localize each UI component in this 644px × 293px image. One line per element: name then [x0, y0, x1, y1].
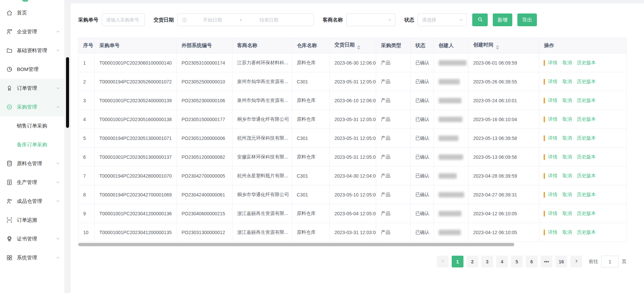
redacted-creator-name: [439, 230, 461, 235]
action-link-detail[interactable]: 详情: [548, 135, 557, 141]
sidebar-item-raw-warehouse[interactable]: 原料仓管理: [0, 154, 64, 173]
action-link-cancel[interactable]: 取消: [562, 173, 572, 178]
redacted-creator-name: [439, 136, 458, 141]
action-link-detail[interactable]: 详情: [548, 154, 557, 159]
action-link-cancel[interactable]: 取消: [562, 79, 572, 84]
action-link-history[interactable]: 历史版本: [577, 60, 596, 65]
action-link-detail[interactable]: 详情: [548, 229, 557, 235]
column-header-ext_no: 外部系统编号: [177, 38, 232, 53]
action-link-detail[interactable]: 详情: [548, 116, 557, 122]
delivery-date-range-picker[interactable]: -: [177, 13, 314, 26]
action-link-history[interactable]: 历史版本: [577, 135, 596, 141]
cell-status: 已确认: [411, 167, 434, 185]
sidebar-item-home[interactable]: 首页: [0, 3, 64, 22]
sidebar-item-enterprise[interactable]: 企业管理: [0, 22, 64, 41]
customer-label: 客商名称: [323, 17, 343, 23]
start-date-input[interactable]: [187, 17, 238, 23]
pagination-page-2[interactable]: 2: [466, 256, 478, 267]
cell-creator: [434, 148, 469, 167]
action-link-history[interactable]: 历史版本: [577, 229, 596, 235]
status-select[interactable]: [418, 13, 467, 26]
cell-created_at: 2023-05-24 06:10:01: [469, 91, 539, 110]
sidebar-item-order[interactable]: 订单管理: [0, 79, 64, 98]
sidebar-item-bom[interactable]: BOM管理: [0, 60, 64, 79]
sidebar-item-order-trace[interactable]: 订单追溯: [0, 211, 64, 229]
pagination-page-1[interactable]: 1: [452, 256, 463, 267]
action-link-cancel[interactable]: 取消: [562, 116, 572, 122]
sidebar-item-system[interactable]: 系统管理: [0, 248, 64, 267]
cell-delivery_date: 2023-03-31 12:03:00: [330, 223, 376, 242]
sidebar-item-procurement[interactable]: 采购管理: [0, 98, 64, 116]
pagination-page-6[interactable]: 6: [526, 256, 538, 267]
action-link-detail[interactable]: 详情: [548, 173, 557, 178]
action-link-cancel[interactable]: 取消: [562, 60, 572, 65]
sidebar-item-finished-warehouse[interactable]: 成品仓管理: [0, 192, 64, 211]
export-button[interactable]: 导出: [517, 13, 537, 26]
action-link-detail[interactable]: 详情: [548, 60, 557, 65]
sidebar-item-production[interactable]: 生产管理: [0, 173, 64, 192]
action-link-cancel[interactable]: 取消: [562, 154, 572, 159]
action-link-cancel[interactable]: 取消: [562, 135, 572, 141]
action-link-cancel[interactable]: 取消: [562, 211, 572, 216]
pagination-page-16[interactable]: 16: [555, 256, 567, 267]
sidebar-scrollbar-thumb[interactable]: [66, 57, 69, 128]
cell-warehouse: 原料仓库: [292, 148, 330, 167]
customer-select[interactable]: [346, 13, 395, 26]
action-link-cancel[interactable]: 取消: [562, 98, 572, 103]
table-horizontal-scrollbar-thumb[interactable]: [78, 243, 514, 246]
pagination: 123456•••16 前往 页: [78, 256, 626, 267]
goto-page-input[interactable]: [601, 256, 619, 267]
cell-po_no: T00000194PC2023042800001070: [95, 167, 177, 185]
sort-carets-icon[interactable]: [357, 45, 360, 50]
action-link-detail[interactable]: 详情: [548, 79, 557, 84]
sidebar-item-label: 订单管理: [17, 85, 37, 91]
pagination-page-5[interactable]: 5: [511, 256, 523, 267]
action-link-history[interactable]: 历史版本: [577, 98, 596, 103]
cell-created_at: 2023-06-01 06:09:59: [469, 53, 539, 72]
action-link-history[interactable]: 历史版本: [577, 211, 596, 216]
cell-creator: [434, 53, 469, 72]
action-link-history[interactable]: 历史版本: [577, 154, 596, 159]
sidebar-item-certificate[interactable]: 证书管理: [0, 229, 64, 248]
sort-carets-icon[interactable]: [496, 45, 499, 50]
cell-ext_no: PO23053100000174: [177, 53, 232, 72]
cell-actions: 详情取消历史版本: [539, 223, 627, 242]
action-link-history[interactable]: 历史版本: [577, 116, 596, 122]
cell-actions: 详情取消历史版本: [539, 72, 627, 91]
add-button[interactable]: 新增: [493, 13, 512, 26]
column-header-delivery_date[interactable]: 交货日期: [330, 38, 376, 53]
cell-customer: 桐乡市华通化纤有限公司: [232, 110, 292, 129]
chevron-up-icon: [56, 105, 60, 109]
sidebar-item-base-data[interactable]: 基础资料管理: [0, 41, 64, 60]
cell-actions: 详情取消历史版本: [539, 167, 627, 185]
pagination-page-3[interactable]: 3: [481, 256, 493, 267]
action-link-detail[interactable]: 详情: [548, 211, 557, 216]
table-row: 10T00001001PC2023041200000135PO230313000…: [78, 223, 627, 242]
action-link-detail[interactable]: 详情: [548, 192, 557, 197]
sidebar-subitem-sales-order-purchase[interactable]: 销售订单采购: [0, 116, 64, 135]
column-header-customer: 客商名称: [232, 38, 292, 53]
table-row: 7T00000194PC2023042800001070PO2304270000…: [78, 167, 627, 185]
pagination-more-button[interactable]: •••: [541, 256, 552, 267]
sidebar-subitem-stock-order-purchase[interactable]: 备库订单采购: [0, 135, 64, 154]
action-link-cancel[interactable]: 取消: [562, 229, 572, 235]
po-no-input[interactable]: [102, 13, 145, 26]
end-date-input[interactable]: [244, 17, 294, 23]
people-icon: [6, 198, 13, 205]
main-area: 采购单号 交货日期 - 客商名称 状: [71, 0, 644, 293]
cell-warehouse: C301: [292, 72, 330, 91]
chevron-down-icon: [56, 161, 60, 166]
pagination-next-button[interactable]: [570, 256, 582, 267]
pagination-page-4[interactable]: 4: [496, 256, 508, 267]
sidebar-item-label: 证书管理: [17, 236, 37, 242]
action-link-history[interactable]: 历史版本: [577, 192, 596, 197]
action-link-detail[interactable]: 详情: [548, 98, 557, 103]
action-link-history[interactable]: 历史版本: [577, 79, 596, 84]
column-header-created_at[interactable]: 创建时间: [469, 38, 539, 53]
pagination-prev-button[interactable]: [437, 256, 449, 267]
cell-created_at: 2023-05-13 06:09:56: [469, 148, 539, 167]
cell-warehouse: 原料仓库: [292, 53, 330, 72]
search-button[interactable]: [472, 13, 488, 26]
action-link-cancel[interactable]: 取消: [562, 192, 572, 197]
action-link-history[interactable]: 历史版本: [577, 173, 596, 178]
